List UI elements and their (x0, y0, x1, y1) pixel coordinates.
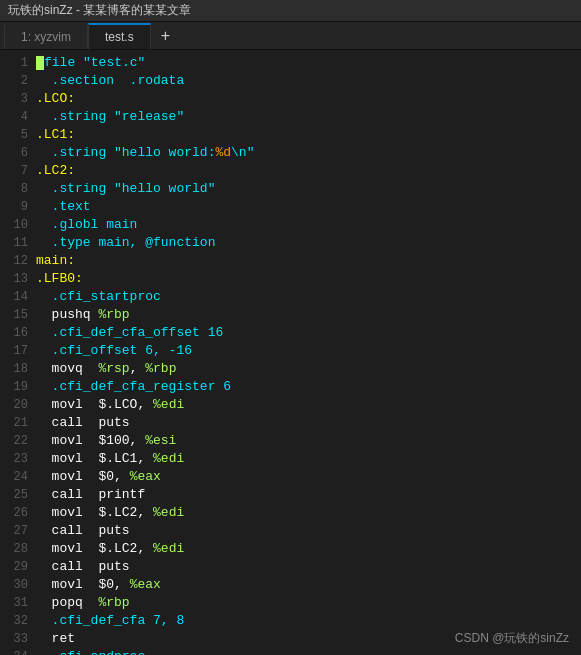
line-content: .type main, @function (36, 234, 581, 252)
line-number: 12 (0, 252, 36, 270)
line-content: call printf (36, 486, 581, 504)
line-content: .text (36, 198, 581, 216)
line-number: 6 (0, 144, 36, 162)
line-number: 8 (0, 180, 36, 198)
line-content: .globl main (36, 216, 581, 234)
line-content: call puts (36, 558, 581, 576)
line-content: movl $0, %eax (36, 576, 581, 594)
line-number: 4 (0, 108, 36, 126)
line-number: 11 (0, 234, 36, 252)
table-row: 26 movl $.LC2, %edi (0, 504, 581, 522)
table-row: 23 movl $.LC1, %edi (0, 450, 581, 468)
line-content: .LC2: (36, 162, 581, 180)
tab-tests[interactable]: test.s (88, 23, 151, 49)
line-number: 13 (0, 270, 36, 288)
line-number: 1 (0, 54, 36, 72)
table-row: 24 movl $0, %eax (0, 468, 581, 486)
table-row: 18 movq %rsp, %rbp (0, 360, 581, 378)
line-content: .string "release" (36, 108, 581, 126)
table-row: 19 .cfi_def_cfa_register 6 (0, 378, 581, 396)
table-row: 30 movl $0, %eax (0, 576, 581, 594)
table-row: 17 .cfi_offset 6, -16 (0, 342, 581, 360)
line-number: 33 (0, 630, 36, 648)
table-row: 1file "test.c" (0, 54, 581, 72)
line-number: 14 (0, 288, 36, 306)
table-row: 25 call printf (0, 486, 581, 504)
line-number: 9 (0, 198, 36, 216)
table-row: 14 .cfi_startproc (0, 288, 581, 306)
line-number: 17 (0, 342, 36, 360)
table-row: 4 .string "release" (0, 108, 581, 126)
line-number: 31 (0, 594, 36, 612)
table-row: 16 .cfi_def_cfa_offset 16 (0, 324, 581, 342)
line-content: popq %rbp (36, 594, 581, 612)
line-content: movl $.LC1, %edi (36, 450, 581, 468)
line-number: 32 (0, 612, 36, 630)
line-content: movl $0, %eax (36, 468, 581, 486)
line-content: main: (36, 252, 581, 270)
line-number: 26 (0, 504, 36, 522)
line-number: 25 (0, 486, 36, 504)
line-number: 23 (0, 450, 36, 468)
table-row: 31 popq %rbp (0, 594, 581, 612)
table-row: 29 call puts (0, 558, 581, 576)
table-row: 20 movl $.LCO, %edi (0, 396, 581, 414)
line-content: pushq %rbp (36, 306, 581, 324)
line-content: .string "hello world:%d\n" (36, 144, 581, 162)
editor: 1file "test.c"2 .section .rodata3.LCO:4 … (0, 50, 581, 655)
tab-bar: 1: xyzvim test.s + (0, 22, 581, 50)
tab-new[interactable]: + (151, 23, 180, 49)
line-content: movl $.LC2, %edi (36, 540, 581, 558)
table-row: 11 .type main, @function (0, 234, 581, 252)
line-number: 18 (0, 360, 36, 378)
editor-wrap: 1file "test.c"2 .section .rodata3.LCO:4 … (0, 54, 581, 651)
line-content: call puts (36, 414, 581, 432)
line-content: .LCO: (36, 90, 581, 108)
table-row: 3.LCO: (0, 90, 581, 108)
table-row: 6 .string "hello world:%d\n" (0, 144, 581, 162)
table-row: 5.LC1: (0, 126, 581, 144)
line-number: 2 (0, 72, 36, 90)
line-number: 7 (0, 162, 36, 180)
line-number: 27 (0, 522, 36, 540)
line-number: 24 (0, 468, 36, 486)
table-row: 21 call puts (0, 414, 581, 432)
table-row: 8 .string "hello world" (0, 180, 581, 198)
line-number: 22 (0, 432, 36, 450)
table-row: 32 .cfi_def_cfa 7, 8 (0, 612, 581, 630)
line-number: 5 (0, 126, 36, 144)
table-row: 22 movl $100, %esi (0, 432, 581, 450)
tab-xyzvim[interactable]: 1: xyzvim (4, 23, 88, 49)
table-row: 10 .globl main (0, 216, 581, 234)
table-row: 12main: (0, 252, 581, 270)
table-row: 7.LC2: (0, 162, 581, 180)
line-content: .cfi_def_cfa_register 6 (36, 378, 581, 396)
line-number: 16 (0, 324, 36, 342)
table-row: 9 .text (0, 198, 581, 216)
line-content: movl $.LC2, %edi (36, 504, 581, 522)
line-number: 34 (0, 648, 36, 655)
line-content: file "test.c" (36, 54, 581, 72)
title-text: 玩铁的sinZz - 某某博客的某某文章 (8, 2, 191, 19)
line-number: 15 (0, 306, 36, 324)
line-number: 21 (0, 414, 36, 432)
line-content: call puts (36, 522, 581, 540)
table-row: 27 call puts (0, 522, 581, 540)
tab-new-label: + (161, 27, 170, 45)
line-content: movl $100, %esi (36, 432, 581, 450)
line-content: .cfi_offset 6, -16 (36, 342, 581, 360)
line-number: 20 (0, 396, 36, 414)
line-number: 28 (0, 540, 36, 558)
cursor (36, 56, 44, 70)
line-number: 29 (0, 558, 36, 576)
line-content: .cfi_def_cfa_offset 16 (36, 324, 581, 342)
line-content: .cfi_startproc (36, 288, 581, 306)
tab-tests-label: test.s (105, 30, 134, 44)
table-row: 2 .section .rodata (0, 72, 581, 90)
line-content: .cfi_endproc (36, 648, 581, 655)
line-content: .LC1: (36, 126, 581, 144)
line-number: 3 (0, 90, 36, 108)
line-content: .section .rodata (36, 72, 581, 90)
line-content: .cfi_def_cfa 7, 8 (36, 612, 581, 630)
line-content: .string "hello world" (36, 180, 581, 198)
